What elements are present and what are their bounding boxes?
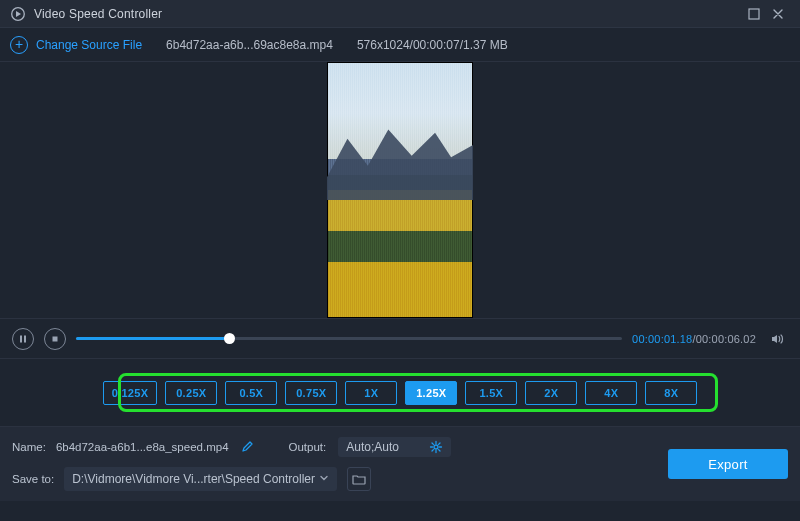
- speed-button-1-25x[interactable]: 1.25X: [405, 381, 457, 405]
- speed-button-0-25x[interactable]: 0.25X: [165, 381, 217, 405]
- export-button[interactable]: Export: [668, 449, 788, 479]
- name-label: Name:: [12, 441, 46, 453]
- close-button[interactable]: [766, 4, 790, 24]
- app-title: Video Speed Controller: [34, 7, 162, 21]
- speed-selector-row: 0.125X0.25X0.5X0.75X1X1.25X1.5X2X4X8X: [0, 358, 800, 426]
- preview-area: [0, 62, 800, 318]
- edit-name-button[interactable]: [239, 438, 257, 456]
- transport-bar: 00:00:01.18/00:00:06.02: [0, 318, 800, 358]
- save-path-value: D:\Vidmore\Vidmore Vi...rter\Speed Contr…: [72, 472, 315, 486]
- timecode: 00:00:01.18/00:00:06.02: [632, 333, 756, 345]
- app-logo-icon: [10, 6, 26, 22]
- change-source-button[interactable]: Change Source File: [10, 36, 142, 54]
- speed-button-1-5x[interactable]: 1.5X: [465, 381, 517, 405]
- svg-rect-1: [749, 9, 759, 19]
- speed-button-0-5x[interactable]: 0.5X: [225, 381, 277, 405]
- svg-rect-2: [20, 335, 22, 342]
- bottom-panel: Name: 6b4d72aa-a6b1...e8a_speed.mp4 Outp…: [0, 426, 800, 501]
- svg-point-5: [434, 445, 438, 449]
- speed-button-0-125x[interactable]: 0.125X: [103, 381, 158, 405]
- output-settings-button[interactable]: Auto;Auto: [338, 437, 451, 457]
- browse-folder-button[interactable]: [347, 467, 371, 491]
- speed-button-1x[interactable]: 1X: [345, 381, 397, 405]
- save-to-label: Save to:: [12, 473, 54, 485]
- minimize-button[interactable]: [742, 4, 766, 24]
- plus-circle-icon: [10, 36, 28, 54]
- speed-button-2x[interactable]: 2X: [525, 381, 577, 405]
- volume-button[interactable]: [766, 328, 788, 350]
- svg-rect-3: [24, 335, 26, 342]
- save-path-dropdown[interactable]: D:\Vidmore\Vidmore Vi...rter\Speed Contr…: [64, 467, 337, 491]
- output-file-name: 6b4d72aa-a6b1...e8a_speed.mp4: [56, 441, 229, 453]
- speed-buttons: 0.125X0.25X0.5X0.75X1X1.25X1.5X2X4X8X: [103, 381, 698, 405]
- duration: 00:00:06.02: [696, 333, 756, 345]
- current-time: 00:00:01.18: [632, 333, 692, 345]
- stop-button[interactable]: [44, 328, 66, 350]
- chevron-down-icon[interactable]: [315, 472, 333, 486]
- output-label: Output:: [289, 441, 327, 453]
- speed-button-8x[interactable]: 8X: [645, 381, 697, 405]
- info-bar: Change Source File 6b4d72aa-a6b...69ac8e…: [0, 28, 800, 62]
- speed-button-0-75x[interactable]: 0.75X: [285, 381, 337, 405]
- speed-button-4x[interactable]: 4X: [585, 381, 637, 405]
- video-preview[interactable]: [327, 62, 473, 318]
- gear-icon: [429, 440, 443, 454]
- progress-slider[interactable]: [76, 329, 622, 349]
- source-file-info: 576x1024/00:00:07/1.37 MB: [357, 38, 508, 52]
- progress-thumb[interactable]: [224, 333, 235, 344]
- output-value: Auto;Auto: [346, 440, 399, 454]
- title-bar: Video Speed Controller: [0, 0, 800, 28]
- pause-button[interactable]: [12, 328, 34, 350]
- change-source-label: Change Source File: [36, 38, 142, 52]
- source-file-name: 6b4d72aa-a6b...69ac8e8a.mp4: [166, 38, 333, 52]
- svg-rect-4: [53, 336, 58, 341]
